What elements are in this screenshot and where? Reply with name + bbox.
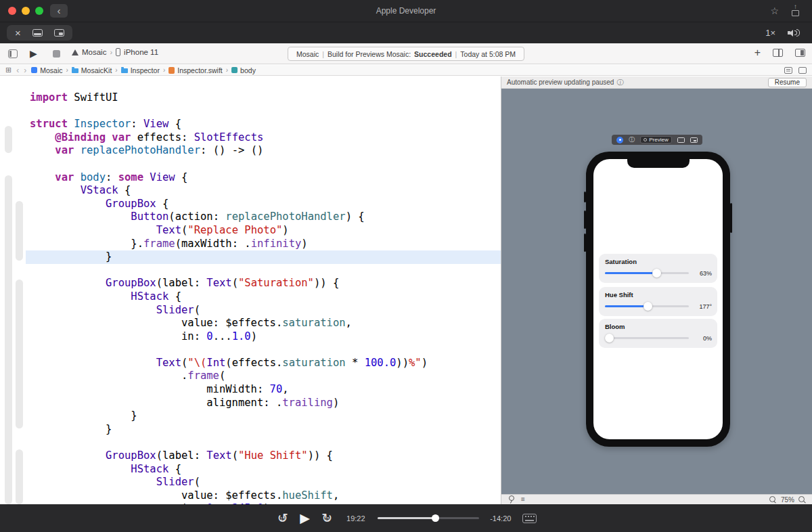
editor-options-icon[interactable] — [798, 67, 807, 74]
breadcrumb-symbol-body[interactable]: body — [231, 66, 256, 74]
code-line[interactable]: value: $effects.saturation, — [26, 317, 501, 330]
banner-text: Automatic preview updating paused — [507, 79, 614, 86]
breadcrumb-file[interactable]: Inspector.swift — [168, 66, 223, 74]
status-time: Today at 5:08 PM — [460, 50, 516, 58]
player-top-bar: × 1× — [0, 22, 812, 43]
code-line[interactable]: minWidth: 70, — [26, 383, 501, 397]
fold-ribbon[interactable] — [5, 126, 12, 153]
device-preview-icon[interactable] — [677, 137, 685, 143]
close-window-button[interactable] — [8, 7, 16, 15]
stop-button[interactable] — [53, 50, 60, 58]
code-line[interactable]: GroupBox { — [26, 198, 501, 211]
canvas-toggle-icon[interactable] — [795, 49, 805, 57]
go-forward-icon[interactable]: › — [24, 66, 26, 74]
play-button[interactable]: ▶ — [300, 511, 310, 525]
picture-in-picture-icon[interactable] — [54, 29, 64, 37]
xcode-window: ▶ Mosaic › iPhone 11 Mosaic | Build for … — [0, 43, 812, 504]
volume-icon[interactable] — [788, 28, 800, 37]
scheme-chevron: › — [110, 48, 112, 56]
progress-thumb[interactable] — [432, 514, 439, 522]
info-icon[interactable]: ⓘ — [616, 78, 623, 87]
preview-mode-button[interactable]: Preview — [640, 136, 671, 143]
skip-forward-icon[interactable]: ↻ 15 — [320, 511, 334, 525]
code-line[interactable]: HStack { — [26, 463, 501, 476]
code-line[interactable]: } — [26, 250, 501, 264]
slider-thumb[interactable] — [605, 334, 614, 342]
breadcrumb-project[interactable]: Mosaic — [31, 66, 62, 74]
zoom-out-icon[interactable] — [769, 496, 777, 504]
code-line[interactable]: var replacePhotoHandler: () -> () — [26, 144, 501, 158]
split-editor-icon[interactable] — [773, 49, 783, 57]
code-line[interactable]: GroupBox(label: Text("Saturation")) { — [26, 277, 501, 290]
share-icon[interactable]: ↑ — [791, 6, 800, 16]
code-line[interactable]: } — [26, 409, 501, 423]
canvas-footer: ≡ 75% — [501, 494, 812, 504]
code-line[interactable]: Text("Replace Photo") — [26, 224, 501, 238]
breadcrumb-group-inspector[interactable]: Inspector — [121, 66, 160, 74]
preview-inspect-icon[interactable]: ⓘ — [629, 137, 635, 143]
code-line[interactable]: in: 0...1.0) — [26, 330, 501, 344]
zoom-window-button[interactable] — [35, 7, 43, 15]
code-line[interactable]: GroupBox(label: Text("Hue Shift")) { — [26, 449, 501, 463]
code-line[interactable]: VStack { — [26, 184, 501, 198]
favorite-star-icon[interactable]: ☆ — [770, 5, 779, 16]
close-player-icon[interactable]: × — [15, 28, 21, 38]
code-line[interactable]: .frame( — [26, 370, 501, 383]
slider-thumb[interactable] — [652, 269, 661, 278]
resume-button[interactable]: Resume — [768, 78, 807, 87]
code-line[interactable] — [26, 436, 501, 449]
source-editor[interactable]: import SwiftUIstruct Inspector: View { @… — [0, 76, 501, 504]
code-line[interactable]: import SwiftUI — [26, 91, 501, 105]
code-line[interactable]: value: $effects.hueShift, — [26, 489, 501, 503]
duplicate-preview-icon[interactable] — [690, 137, 698, 143]
skip-back-icon[interactable]: ↺ 15 — [275, 511, 290, 525]
code-line[interactable]: @Binding var effects: SlotEffects — [26, 131, 501, 145]
progress-bar[interactable] — [378, 517, 479, 519]
groupbox-saturation: Saturation 63% — [599, 254, 717, 283]
mute-switch — [584, 192, 586, 202]
jump-bar: ⊞ ‹ › Mosaic › MosaicKit › Inspector › — [0, 65, 812, 76]
code-line[interactable]: var body: some View { — [26, 171, 501, 185]
code-line[interactable]: struct Inspector: View { — [26, 118, 501, 131]
fold-ribbon[interactable] — [5, 175, 12, 504]
code-line[interactable]: Text("\(Int(effects.saturation * 100.0))… — [26, 357, 501, 370]
code-line[interactable] — [26, 105, 501, 118]
fold-ribbon[interactable] — [16, 280, 23, 428]
fold-ribbon[interactable] — [16, 449, 23, 504]
pin-preview-icon[interactable] — [508, 495, 514, 504]
code-line[interactable] — [26, 158, 501, 171]
fold-ribbon[interactable] — [16, 201, 23, 261]
keyboard-icon[interactable] — [522, 514, 537, 523]
run-button[interactable]: ▶ — [30, 48, 37, 59]
navigator-toggle-icon[interactable] — [8, 49, 18, 58]
add-editor-icon[interactable]: + — [754, 47, 761, 58]
minimap-icon[interactable] — [784, 67, 792, 74]
slider-thumb[interactable] — [644, 302, 652, 311]
code-line[interactable]: HStack { — [26, 290, 501, 304]
live-preview-icon[interactable] — [616, 137, 623, 143]
breadcrumb-group-mosaickit[interactable]: MosaicKit — [72, 66, 112, 74]
zoom-in-icon[interactable] — [798, 496, 806, 504]
go-back-icon[interactable]: ‹ — [16, 66, 19, 74]
saturation-slider[interactable] — [605, 272, 689, 274]
code-line[interactable]: }.frame(maxWidth: .infinity) — [26, 238, 501, 251]
groupbox-hue-shift: Hue Shift 177° — [599, 287, 717, 316]
code-line[interactable]: Slider( — [26, 304, 501, 317]
playback-speed-button[interactable]: 1× — [765, 28, 775, 38]
code-line[interactable] — [26, 343, 501, 357]
back-button[interactable]: ‹ — [50, 4, 68, 18]
code-line[interactable] — [26, 264, 501, 278]
code-line[interactable]: Slider( — [26, 476, 501, 489]
code-line[interactable]: } — [26, 423, 501, 437]
scheme-selector[interactable]: Mosaic › iPhone 11 — [72, 48, 158, 56]
list-icon[interactable]: ≡ — [521, 496, 525, 503]
code-area[interactable]: import SwiftUIstruct Inspector: View { @… — [26, 76, 501, 504]
code-line[interactable]: Button(action: replacePhotoHandler) { — [26, 210, 501, 224]
bloom-slider[interactable] — [605, 337, 689, 339]
minimize-window-button[interactable] — [22, 7, 30, 15]
property-icon — [231, 67, 238, 73]
hue-shift-slider[interactable] — [605, 305, 689, 307]
code-line[interactable]: alignment: .trailing) — [26, 397, 501, 410]
related-items-grid-icon[interactable]: ⊞ — [5, 66, 12, 74]
theater-mode-icon[interactable] — [32, 29, 43, 37]
